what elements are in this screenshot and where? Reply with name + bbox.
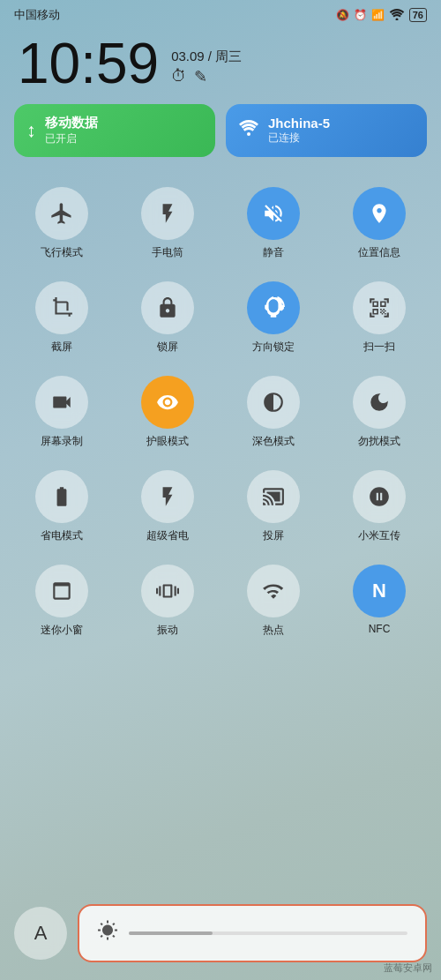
wifi-card-content: Jhchina-5 已连接 — [268, 116, 330, 146]
vibrate-btn[interactable] — [141, 565, 194, 617]
controls-grid: 飞行模式 手电筒 静音 位置信息 截屏 锁屏 方向锁定 — [0, 171, 441, 650]
bottom-row: A — [14, 904, 427, 962]
carrier-label: 中国移动 — [14, 7, 60, 23]
darkmode-item[interactable]: 深色模式 — [220, 363, 326, 458]
mobile-data-title: 移动数据 — [45, 115, 98, 131]
dnd-item[interactable]: 勿扰模式 — [326, 363, 432, 458]
flashlight-item[interactable]: 手电筒 — [115, 175, 220, 269]
time-block: 10:59 03.09 / 周三 ⏱ ✎ — [0, 26, 441, 104]
wifi-status-icon — [389, 8, 405, 23]
nfc-item[interactable]: N NFC — [326, 552, 432, 647]
rotation-btn[interactable] — [247, 281, 300, 334]
mitransfer-item[interactable]: 小米互传 — [326, 458, 432, 552]
cast-label: 投屏 — [263, 528, 284, 543]
mobile-data-subtitle: 已开启 — [45, 131, 98, 146]
eyeprotect-item[interactable]: 护眼模式 — [115, 363, 220, 458]
silent-item[interactable]: 静音 — [220, 175, 326, 269]
svg-point-0 — [395, 18, 398, 20]
battery-level: 76 — [409, 8, 427, 22]
supersave-label: 超级省电 — [146, 528, 189, 543]
status-bar: 中国移动 🔕 ⏰ 📶 76 — [0, 0, 441, 26]
supersave-item[interactable]: 超级省电 — [115, 458, 220, 552]
mute-icon: 🔕 — [336, 9, 349, 21]
airplane-mode-label: 飞行模式 — [41, 245, 83, 260]
scan-btn[interactable] — [353, 281, 406, 334]
mobile-data-content: 移动数据 已开启 — [45, 115, 98, 146]
rotation-label: 方向锁定 — [252, 340, 295, 355]
wifi-card-icon — [238, 119, 259, 142]
miniwindow-btn[interactable] — [35, 565, 88, 617]
scan-label: 扫一扫 — [363, 340, 395, 355]
flashlight-label: 手电筒 — [152, 245, 183, 260]
powersave-btn[interactable] — [35, 470, 88, 523]
hotspot-btn[interactable] — [247, 565, 300, 617]
silent-btn[interactable] — [247, 187, 300, 240]
darkmode-btn[interactable] — [247, 376, 300, 429]
cast-item[interactable]: 投屏 — [220, 458, 326, 552]
signal-icon: 📶 — [371, 9, 385, 21]
airplane-mode-btn[interactable] — [35, 187, 88, 240]
nfc-label: NFC — [369, 623, 391, 635]
eyeprotect-btn[interactable] — [141, 376, 194, 429]
dnd-btn[interactable] — [353, 376, 406, 429]
screenrecord-btn[interactable] — [35, 376, 88, 429]
alarm-set-icon[interactable]: ⏱ — [171, 67, 187, 86]
wifi-name: Jhchina-5 — [268, 116, 330, 131]
supersave-btn[interactable] — [141, 470, 194, 523]
miniwindow-item[interactable]: 迷你小窗 — [9, 552, 115, 647]
mobile-data-card[interactable]: ↕ 移动数据 已开启 — [14, 104, 215, 157]
brightness-fill — [129, 931, 213, 935]
vibrate-label: 振动 — [157, 623, 178, 638]
lockscreen-btn[interactable] — [141, 281, 194, 334]
font-size-btn[interactable]: A — [14, 907, 67, 960]
lockscreen-item[interactable]: 锁屏 — [115, 269, 220, 363]
hotspot-item[interactable]: 热点 — [220, 552, 326, 647]
date-action-icons[interactable]: ⏱ ✎ — [171, 67, 242, 86]
quick-cards-row: ↕ 移动数据 已开启 Jhchina-5 已连接 — [0, 104, 441, 171]
wifi-card[interactable]: Jhchina-5 已连接 — [226, 104, 427, 157]
clock-display: 10:59 — [18, 35, 159, 92]
edit-icon[interactable]: ✎ — [194, 67, 207, 86]
flashlight-btn[interactable] — [141, 187, 194, 240]
location-label: 位置信息 — [358, 245, 400, 260]
alarm-icon: ⏰ — [354, 9, 367, 21]
font-label: A — [34, 922, 48, 945]
status-icons: 🔕 ⏰ 📶 76 — [336, 8, 427, 23]
scan-item[interactable]: 扫一扫 — [326, 269, 432, 363]
brightness-control[interactable] — [78, 904, 427, 962]
powersave-label: 省电模式 — [41, 528, 83, 543]
rotation-item[interactable]: 方向锁定 — [220, 269, 326, 363]
eyeprotect-label: 护眼模式 — [146, 434, 189, 449]
screenshot-label: 截屏 — [51, 340, 72, 355]
hotspot-label: 热点 — [263, 623, 284, 638]
location-btn[interactable] — [353, 187, 406, 240]
date-display: 03.09 / 周三 — [171, 49, 242, 65]
cast-btn[interactable] — [247, 470, 300, 523]
date-block: 03.09 / 周三 ⏱ ✎ — [171, 49, 242, 92]
brightness-track[interactable] — [129, 931, 407, 935]
darkmode-label: 深色模式 — [252, 434, 295, 449]
mobile-data-icon: ↕ — [26, 119, 36, 142]
location-item[interactable]: 位置信息 — [326, 175, 432, 269]
mitransfer-label: 小米互传 — [358, 528, 400, 543]
wifi-status: 已连接 — [268, 131, 330, 146]
bottom-section: A — [0, 895, 441, 980]
screenshot-btn[interactable] — [35, 281, 88, 334]
silent-label: 静音 — [263, 245, 284, 260]
powersave-item[interactable]: 省电模式 — [9, 458, 115, 552]
miniwindow-label: 迷你小窗 — [41, 623, 83, 638]
nfc-btn[interactable]: N — [353, 565, 406, 617]
screenshot-item[interactable]: 截屏 — [9, 269, 115, 363]
mitransfer-btn[interactable] — [353, 470, 406, 523]
watermark: 蓝莓安卓网 — [384, 961, 432, 975]
screenrecord-item[interactable]: 屏幕录制 — [9, 363, 115, 458]
brightness-icon — [97, 920, 118, 946]
airplane-mode-item[interactable]: 飞行模式 — [9, 175, 115, 269]
svg-point-1 — [247, 132, 250, 136]
dnd-label: 勿扰模式 — [358, 434, 400, 449]
lockscreen-label: 锁屏 — [157, 340, 178, 355]
screenrecord-label: 屏幕录制 — [41, 434, 83, 449]
vibrate-item[interactable]: 振动 — [115, 552, 220, 647]
